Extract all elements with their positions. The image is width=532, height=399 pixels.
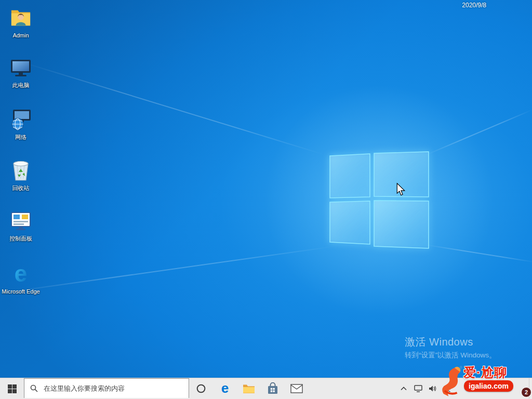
desktop-icon-label: 此电脑 [1,82,41,89]
mail-icon [290,384,303,393]
taskbar: e [0,378,532,399]
edge-logo-icon: e [9,262,32,285]
desktop-icon-admin[interactable]: Admin [1,6,41,39]
tray-volume[interactable] [426,378,440,399]
cortana-icon [196,383,206,394]
desktop-icon-microsoft-edge[interactable]: e Microsoft Edge [1,262,41,295]
desktop-icon-network[interactable]: 网络 [1,108,41,141]
desktop-icon-label: 控制面板 [1,235,41,242]
volume-icon [429,385,437,392]
windows-logo [329,151,430,252]
svg-text:e: e [15,262,27,285]
tray-ime-indicator[interactable]: 英 [441,378,454,399]
desktop-icon-label: 网络 [1,134,41,141]
store-icon [267,382,278,395]
this-pc-monitor-icon [9,57,32,79]
search-input[interactable] [43,384,175,393]
store-button[interactable] [261,378,285,399]
user-folder-icon [10,6,32,29]
edge-icon: e [218,382,232,395]
svg-text:e: e [221,382,229,395]
desktop-icon-this-pc[interactable]: 此电脑 [1,57,41,89]
start-button[interactable] [0,378,24,399]
recycle-bin-icon [9,159,32,182]
desktop-icon-label: Admin [1,32,41,39]
light-beam [0,246,335,295]
network-globe-icon [9,108,32,131]
light-beam [21,61,324,155]
start-windows-icon [8,384,17,393]
search-icon [30,384,38,392]
tray-chevron-icon [401,387,407,391]
desktop-icon-recycle-bin[interactable]: 回收站 [1,159,41,192]
desktop-icon-control-panel[interactable]: 控制面板 [1,210,41,242]
mail-button[interactable] [285,378,309,399]
file-explorer-icon [243,383,255,394]
taskbar-search-box[interactable] [24,378,189,398]
desktop-icon-label: 回收站 [1,185,41,192]
control-panel-icon [9,210,32,232]
file-explorer-button[interactable] [237,378,261,399]
tray-network[interactable] [411,378,425,399]
cortana-button[interactable] [189,378,213,399]
tray-clock-date[interactable]: 2020/9/8 [462,2,486,387]
desktop-wallpaper: Admin 此电脑 [0,0,532,378]
desktop-icon-label: Microsoft Edge [1,288,41,295]
tray-show-hidden-icons[interactable] [397,378,410,399]
edge-taskbar-button[interactable]: e [213,378,237,399]
network-tray-icon [414,385,422,392]
show-desktop-button[interactable] [529,378,532,399]
